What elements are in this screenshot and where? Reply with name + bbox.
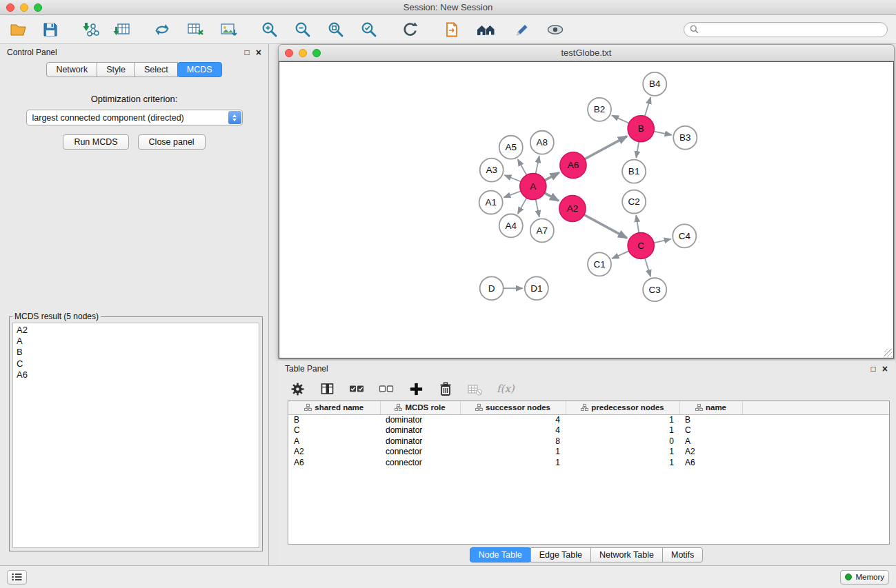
edge-A2-C[interactable] bbox=[584, 215, 627, 239]
table-cell[interactable]: 4 bbox=[460, 414, 566, 425]
table-cell[interactable]: 4 bbox=[460, 425, 566, 436]
edge-A-A4[interactable] bbox=[518, 198, 527, 214]
show-hide-panels-button[interactable] bbox=[545, 19, 566, 40]
table-cell[interactable]: C bbox=[679, 425, 742, 436]
network-zoom-button[interactable] bbox=[312, 49, 321, 57]
column-header-mcds-role[interactable]: MCDS role bbox=[380, 401, 460, 414]
float-panel-button[interactable]: □ bbox=[245, 48, 250, 57]
table-cell[interactable]: 1 bbox=[460, 447, 566, 458]
table-row[interactable]: Bdominator41B bbox=[288, 414, 889, 425]
tab-node-table[interactable]: Node Table bbox=[470, 547, 531, 562]
add-column-button[interactable] bbox=[408, 381, 424, 397]
mcds-result-item[interactable]: A6 bbox=[17, 369, 255, 381]
search-input[interactable] bbox=[702, 25, 882, 34]
table-cell[interactable]: B bbox=[679, 414, 742, 425]
annotation-mode-button[interactable] bbox=[512, 19, 532, 40]
tab-motifs[interactable]: Motifs bbox=[662, 547, 703, 562]
open-session-button[interactable] bbox=[8, 19, 29, 40]
select-all-button[interactable] bbox=[348, 381, 365, 397]
close-panel-icon-button[interactable]: × bbox=[256, 48, 261, 57]
edge-A-A2[interactable] bbox=[544, 193, 558, 201]
table-cell[interactable]: A bbox=[679, 436, 742, 447]
close-window-button[interactable] bbox=[6, 3, 14, 12]
mcds-result-item[interactable]: A2 bbox=[17, 325, 255, 336]
edge-A6-B[interactable] bbox=[585, 136, 627, 159]
mcds-result-item[interactable]: C bbox=[17, 358, 255, 369]
first-neighbors-button[interactable] bbox=[441, 19, 462, 40]
tab-network-table[interactable]: Network Table bbox=[590, 547, 663, 562]
import-table-button[interactable] bbox=[112, 19, 132, 40]
table-cell[interactable]: A bbox=[288, 436, 380, 447]
edge-A-A8[interactable] bbox=[536, 156, 539, 174]
table-cell[interactable]: 1 bbox=[566, 414, 679, 425]
edge-C-C4[interactable] bbox=[654, 239, 671, 243]
network-canvas[interactable]: B4B2BB3A5A8A6A3B1AA1A2C2A4A7C4CC1C3DD1 bbox=[279, 61, 894, 358]
edge-A-A5[interactable] bbox=[518, 159, 527, 175]
table-cell[interactable]: A2 bbox=[288, 447, 380, 458]
table-cell[interactable]: connector bbox=[380, 457, 460, 468]
table-settings-button[interactable] bbox=[289, 381, 306, 397]
edge-B-B3[interactable] bbox=[654, 132, 672, 135]
delete-column-button[interactable] bbox=[437, 381, 454, 397]
edge-C-C3[interactable] bbox=[645, 258, 650, 276]
import-network-button[interactable] bbox=[80, 19, 101, 40]
tab-select[interactable]: Select bbox=[135, 62, 178, 77]
search-box[interactable] bbox=[684, 22, 888, 37]
tab-edge-table[interactable]: Edge Table bbox=[530, 547, 591, 562]
table-row[interactable]: A2connector11A2 bbox=[288, 447, 889, 458]
edge-A-A3[interactable] bbox=[504, 175, 521, 181]
table-cell[interactable]: 1 bbox=[566, 425, 679, 436]
clone-network-button[interactable] bbox=[152, 19, 172, 40]
table-cell[interactable]: dominator bbox=[380, 436, 460, 447]
show-columns-button[interactable] bbox=[319, 381, 335, 397]
function-builder-button[interactable]: f(x) bbox=[497, 381, 515, 397]
deselect-all-button[interactable] bbox=[378, 381, 395, 397]
table-row[interactable]: Adominator80A bbox=[288, 436, 889, 447]
mcds-result-list[interactable]: A2ABCA6 bbox=[12, 323, 259, 548]
table-cell[interactable]: A6 bbox=[679, 457, 742, 468]
edge-A-A6[interactable] bbox=[545, 172, 559, 180]
zoom-out-button[interactable] bbox=[292, 19, 313, 40]
zoom-in-button[interactable] bbox=[259, 19, 280, 40]
task-history-button[interactable] bbox=[7, 570, 27, 585]
zoom-selected-button[interactable] bbox=[359, 19, 379, 40]
edge-B-B2[interactable] bbox=[612, 115, 629, 123]
home-networks-button[interactable] bbox=[475, 19, 499, 40]
table-cell[interactable]: 1 bbox=[566, 457, 679, 468]
table-cell[interactable]: dominator bbox=[380, 425, 460, 436]
zoom-fit-button[interactable] bbox=[326, 19, 346, 40]
column-header-predecessor-nodes[interactable]: predecessor nodes bbox=[566, 401, 679, 414]
memory-button[interactable]: Memory bbox=[840, 570, 889, 585]
export-image-button[interactable] bbox=[218, 19, 239, 40]
minimize-window-button[interactable] bbox=[20, 3, 28, 12]
float-table-panel-button[interactable]: □ bbox=[871, 365, 876, 373]
edge-C-C2[interactable] bbox=[636, 215, 639, 232]
column-header-name[interactable]: name bbox=[679, 401, 742, 414]
network-minimize-button[interactable] bbox=[299, 49, 307, 57]
table-cell[interactable]: 1 bbox=[460, 457, 566, 468]
table-cell[interactable]: A2 bbox=[679, 447, 742, 458]
table-row[interactable]: A6connector11A6 bbox=[288, 457, 889, 468]
delete-table-button[interactable] bbox=[467, 381, 484, 397]
network-close-button[interactable] bbox=[285, 49, 293, 57]
mcds-result-item[interactable]: A bbox=[17, 336, 255, 347]
network-from-table-button[interactable] bbox=[185, 19, 206, 40]
edge-B-B4[interactable] bbox=[645, 97, 651, 116]
refresh-button[interactable] bbox=[400, 19, 421, 40]
table-cell[interactable]: B bbox=[288, 414, 380, 425]
mcds-result-item[interactable]: B bbox=[17, 347, 255, 358]
close-panel-button[interactable]: Close panel bbox=[138, 134, 206, 150]
tab-network[interactable]: Network bbox=[46, 62, 97, 77]
edge-B-B1[interactable] bbox=[636, 142, 639, 158]
table-row[interactable]: Cdominator41C bbox=[288, 425, 889, 436]
column-header-successor-nodes[interactable]: successor nodes bbox=[460, 401, 566, 414]
run-mcds-button[interactable]: Run MCDS bbox=[63, 134, 128, 150]
edge-C-C1[interactable] bbox=[612, 251, 629, 258]
resize-grip[interactable] bbox=[884, 349, 893, 357]
tab-mcds[interactable]: MCDS bbox=[177, 62, 222, 77]
table-cell[interactable]: 8 bbox=[460, 436, 566, 447]
edge-A-A1[interactable] bbox=[504, 191, 521, 197]
close-table-panel-button[interactable]: × bbox=[882, 364, 888, 374]
column-header-shared-name[interactable]: shared name bbox=[288, 401, 380, 414]
table-cell[interactable]: dominator bbox=[380, 414, 460, 425]
